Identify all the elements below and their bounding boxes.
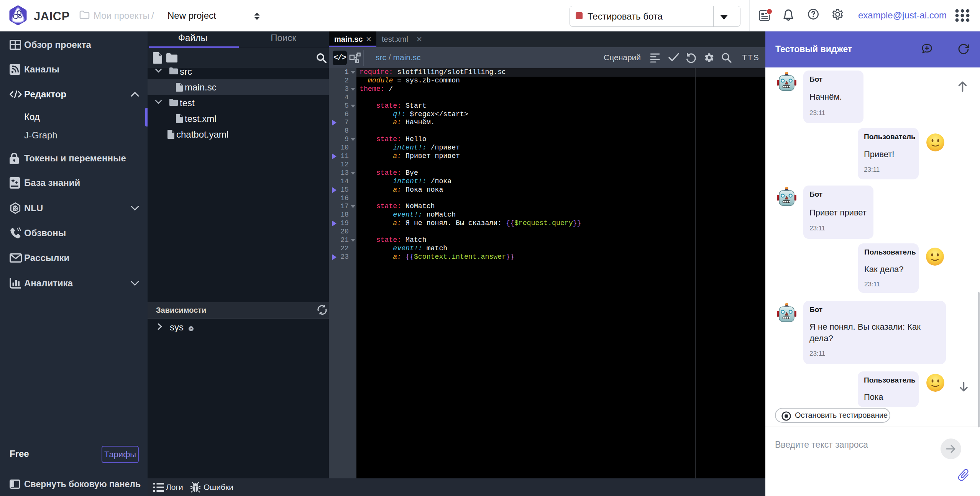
svg-text:?: ? [190, 327, 192, 331]
